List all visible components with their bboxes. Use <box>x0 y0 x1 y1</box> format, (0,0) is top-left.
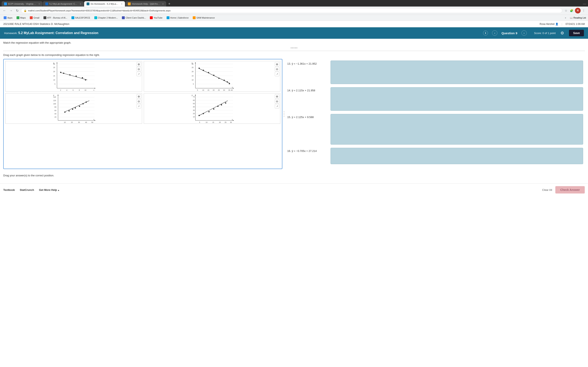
textbook-link[interactable]: Textbook <box>3 188 15 192</box>
star-button[interactable]: ☆ <box>564 8 568 13</box>
favicon-atf <box>43 16 46 19</box>
bookmark-apps[interactable]: Apps <box>2 16 14 20</box>
reading-list-button[interactable]: 📖 Reading List <box>570 17 586 19</box>
equation-15-text: ŷ = 2.125x + 9.588 <box>292 116 314 119</box>
url-bar[interactable]: 🔒 mathxl.com/Student/PlayerHomework.aspx… <box>21 8 562 13</box>
splitter-handle[interactable] <box>3 47 585 49</box>
graph4-external[interactable]: ↗ <box>275 104 279 108</box>
favicon-sam <box>193 16 196 19</box>
graph1-external[interactable]: ↗ <box>137 72 141 76</box>
svg-point-91 <box>64 111 66 113</box>
equation-14-text: ŷ = 2.115x + 21.958 <box>292 89 315 92</box>
tab-homework-close[interactable]: ✕ <box>121 3 122 5</box>
reload-button[interactable]: ↻ <box>15 8 19 13</box>
equation-16-number: 16. <box>287 150 291 152</box>
equation-15-label: 15. ŷ = 2.125x + 9.588 <box>287 114 328 119</box>
graph-box-3[interactable]: ⊕ ⊖ ↗ y 20 40 60 <box>5 93 142 124</box>
drop-zone-16[interactable] <box>330 148 583 164</box>
graph2-external[interactable]: ↗ <box>275 72 279 76</box>
more-options-button[interactable]: ⋮ <box>581 8 586 13</box>
prev-question-button[interactable]: ‹ <box>492 30 497 36</box>
equation-13-number: 13. <box>287 62 291 65</box>
graph4-zoom-out[interactable]: ⊖ <box>275 99 279 104</box>
equation-14-number: 14. <box>287 89 291 92</box>
graph3-svg: y 20 40 60 80 100 <box>6 93 142 124</box>
svg-text:5: 5 <box>54 83 56 85</box>
tab-ecpi-close[interactable]: ✕ <box>38 3 40 5</box>
graph4-zoom-in[interactable]: ⊕ <box>275 94 279 99</box>
graph1-zoom-in[interactable]: ⊕ <box>137 62 141 67</box>
info-button[interactable]: ℹ <box>483 31 488 35</box>
svg-text:20: 20 <box>71 122 73 123</box>
profile-avatar[interactable]: R <box>575 8 581 13</box>
bookmark-maps[interactable]: Maps <box>15 16 27 20</box>
svg-text:30: 30 <box>191 63 194 65</box>
drop-zone-14[interactable] <box>330 87 583 111</box>
question-label: Question 9 <box>502 31 517 35</box>
forward-button[interactable]: → <box>9 8 13 13</box>
graph-box-2[interactable]: ⊕ ⊖ ↗ y 5 10 15 <box>144 61 281 92</box>
graph2-zoom-in[interactable]: ⊕ <box>275 62 279 67</box>
drop-zone-15[interactable] <box>330 114 583 145</box>
settings-button[interactable]: ⚙ <box>560 30 565 36</box>
tab-mylab[interactable]: 5.2 MyLab Assignment: Correl... ✕ <box>43 1 84 7</box>
svg-text:40: 40 <box>193 106 195 108</box>
save-button[interactable]: Save <box>569 30 584 36</box>
chrome-minimize[interactable]: ⋯ <box>583 2 586 6</box>
svg-point-128 <box>213 108 214 109</box>
next-question-button[interactable]: › <box>521 30 527 36</box>
equations-panel: 13. ŷ = −1.361x + 21.952 14. ŷ = 2.115x … <box>286 59 585 169</box>
graph-box-4[interactable]: ⊕ ⊖ ↗ y 10 20 30 <box>144 93 281 124</box>
tab-hwhelp[interactable]: Homework Help - Q&A from O... ✕ <box>125 1 166 7</box>
svg-point-96 <box>82 103 84 104</box>
tab-mylab-close[interactable]: ✕ <box>80 3 81 5</box>
footer-actions: Clear All Check Answer <box>542 186 585 193</box>
bookmark-atf[interactable]: ATF - Bureau of Al... <box>42 16 69 20</box>
bookmark-ch2[interactable]: Chapter 2 Modern... <box>93 16 120 20</box>
bookmark-client[interactable]: Client Care Dashb... <box>120 16 147 20</box>
clear-all-button[interactable]: Clear All <box>542 188 552 192</box>
svg-marker-88 <box>95 120 95 121</box>
graph-box-1[interactable]: ⊕ ⊖ ↗ y 5 10 <box>5 61 142 92</box>
graph3-zoom-out[interactable]: ⊖ <box>137 99 141 104</box>
graph3-external[interactable]: ↗ <box>137 104 141 108</box>
svg-text:10: 10 <box>191 79 194 81</box>
bookmark-sam[interactable]: SAM Maintenance <box>191 16 216 20</box>
tab-bar: ECPI University - Virginia Beac... ✕ 5.2… <box>0 0 588 7</box>
user-info: Rosa Hershel 👤 <box>540 23 558 25</box>
svg-text:5: 5 <box>199 122 200 123</box>
check-answer-button[interactable]: Check Answer <box>555 186 585 193</box>
graphs-grid: ⊕ ⊖ ↗ y 5 10 <box>5 61 280 124</box>
hw-header: Homework: 5.2 MyLab Assignment: Correlat… <box>0 27 588 39</box>
svg-point-59 <box>208 72 209 73</box>
svg-text:35: 35 <box>228 89 230 91</box>
graph2-zoom-out[interactable]: ⊖ <box>275 67 279 71</box>
back-button[interactable]: ← <box>2 8 7 13</box>
drop-zone-13[interactable] <box>330 60 583 84</box>
more-help-link[interactable]: Get More Help <box>39 188 60 192</box>
bookmark-home[interactable]: Home | Salesforce <box>165 16 190 20</box>
svg-text:70: 70 <box>193 96 195 98</box>
svg-marker-123 <box>195 94 196 95</box>
tab-ecpi-title: ECPI University - Virginia Beac... <box>8 3 36 5</box>
graphs-panel: ⊕ ⊖ ↗ y 5 10 <box>3 59 282 169</box>
svg-point-130 <box>221 104 222 105</box>
svg-marker-54 <box>233 88 234 89</box>
favicon-maps <box>17 16 19 19</box>
graph3-zoom-in[interactable]: ⊕ <box>137 94 141 99</box>
graph1-zoom-out[interactable]: ⊖ <box>137 67 141 71</box>
tab-ecpi[interactable]: ECPI University - Virginia Beac... ✕ <box>2 1 43 7</box>
browser-chrome: ECPI University - Virginia Beac... ✕ 5.2… <box>0 0 588 21</box>
tab-hwhelp-close[interactable]: ✕ <box>162 3 164 5</box>
bookmarks-more-button[interactable]: » <box>564 16 567 20</box>
bookmark-salesforce[interactable]: SALESFORCE <box>70 16 92 20</box>
graph3-zoom-controls: ⊕ ⊖ ↗ <box>137 94 141 108</box>
new-tab-button[interactable]: + <box>167 2 172 6</box>
svg-point-131 <box>225 102 226 104</box>
statcrunch-link[interactable]: StatCrunch <box>20 188 34 192</box>
extension-button[interactable]: 🧩 <box>569 8 574 13</box>
svg-point-93 <box>72 109 73 110</box>
bookmark-yt[interactable]: YouTube <box>148 16 164 20</box>
tab-homework[interactable]: Do Homework - 5.2 MyLab As... ✕ <box>84 1 125 7</box>
bookmark-gmail[interactable]: Gmail <box>28 16 41 20</box>
